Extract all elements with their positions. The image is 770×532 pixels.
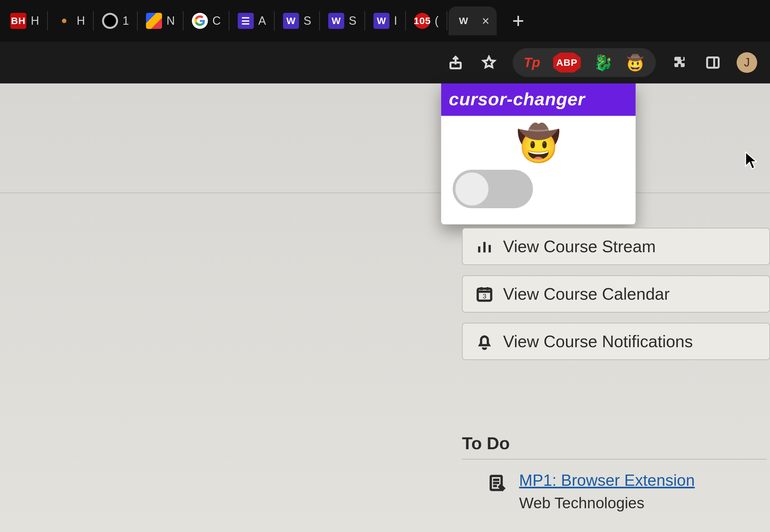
tab-title: H [31, 14, 39, 28]
profile-avatar[interactable]: J [737, 52, 757, 73]
close-tab-icon[interactable]: × [482, 14, 490, 28]
favicon-multicolor-icon [146, 13, 162, 29]
browser-tab[interactable]: H [49, 6, 92, 35]
svg-rect-1 [450, 63, 461, 68]
browser-tabstrip: BH H H 1 N C ☰ A W S W S W I 105 ( [0, 0, 770, 42]
side-panel-icon[interactable] [703, 53, 723, 72]
course-quicklinks: View Course Stream 3 View Course Calenda… [462, 228, 770, 370]
browser-tab-active[interactable]: W × [449, 6, 497, 35]
extension-cursor-changer-icon[interactable]: 🤠 [626, 54, 645, 72]
calendar-icon: 3 [475, 285, 493, 303]
bar-chart-icon [475, 237, 493, 255]
new-tab-button[interactable]: + [512, 11, 524, 31]
favicon-list-icon: ☰ [238, 13, 254, 29]
toggle-knob [455, 172, 489, 206]
mouse-cursor-icon [744, 151, 757, 170]
tab-title: H [77, 14, 85, 28]
todo-item-course: Web Technologies [519, 494, 695, 512]
browser-tab[interactable]: N [139, 6, 182, 35]
favicon-generic-icon: W [456, 13, 472, 29]
browser-tab[interactable]: W S [321, 6, 364, 35]
extension-popup: cursor-changer 🤠 [441, 83, 636, 225]
favicon-w-icon: W [328, 13, 344, 29]
button-label: View Course Notifications [503, 332, 693, 351]
view-course-notifications-button[interactable]: View Course Notifications [462, 323, 770, 360]
favicon-w-icon: W [283, 13, 299, 29]
tab-title: 1 [123, 14, 129, 28]
todo-heading: To Do [462, 433, 767, 453]
cowboy-emoji-icon: 🤠 [451, 125, 626, 161]
extension-tp-icon[interactable]: Tp [524, 55, 540, 70]
tab-title: ( [435, 14, 439, 28]
favicon-dot [56, 13, 72, 29]
browser-toolbar: Tp ABP 🐉 🤠 J [0, 42, 770, 83]
favicon-globe-icon [102, 13, 118, 29]
tab-title: S [349, 14, 357, 28]
favicon-badge-icon: 105 [414, 13, 430, 29]
extensions-menu-icon[interactable] [670, 53, 689, 72]
browser-tab[interactable]: 105 ( [407, 6, 446, 35]
extension-popup-title: cursor-changer [441, 83, 636, 116]
bookmark-star-icon[interactable] [479, 53, 499, 72]
svg-rect-2 [707, 57, 719, 68]
tab-title: A [258, 14, 266, 28]
bell-icon [475, 332, 493, 350]
tab-title: I [394, 14, 398, 28]
view-course-stream-button[interactable]: View Course Stream [462, 228, 770, 265]
extension-abp-icon[interactable]: ABP [553, 53, 581, 73]
share-icon[interactable] [446, 53, 465, 72]
assignment-icon [488, 474, 506, 492]
divider [462, 459, 767, 459]
page-content: cursor-changer 🤠 View Course Stream 3 Vi… [0, 83, 770, 532]
button-label: View Course Calendar [503, 284, 670, 304]
cursor-toggle-switch[interactable] [453, 170, 533, 208]
todo-item: MP1: Browser Extension Web Technologies [462, 471, 767, 512]
browser-tab[interactable]: W S [276, 6, 319, 35]
tab-title: C [212, 14, 221, 28]
button-label: View Course Stream [503, 237, 656, 256]
view-course-calendar-button[interactable]: 3 View Course Calendar [462, 275, 770, 313]
extension-dragon-icon[interactable]: 🐉 [594, 54, 613, 72]
svg-text:3: 3 [483, 292, 486, 300]
tab-title: N [167, 14, 175, 28]
browser-tab[interactable]: W I [366, 6, 405, 35]
extensions-pill: Tp ABP 🐉 🤠 [513, 48, 656, 77]
browser-tab[interactable]: BH H [3, 6, 47, 35]
favicon-bh: BH [10, 13, 26, 29]
tab-title: S [304, 14, 312, 28]
favicon-w-icon: W [373, 13, 389, 29]
favicon-google-icon [192, 13, 208, 29]
browser-tab[interactable]: C [185, 6, 228, 35]
browser-tab[interactable]: ☰ A [231, 6, 273, 35]
todo-section: To Do MP1: Browser Extension Web Technol… [462, 433, 770, 512]
browser-tab[interactable]: 1 [95, 6, 136, 35]
todo-item-link[interactable]: MP1: Browser Extension [519, 471, 695, 489]
